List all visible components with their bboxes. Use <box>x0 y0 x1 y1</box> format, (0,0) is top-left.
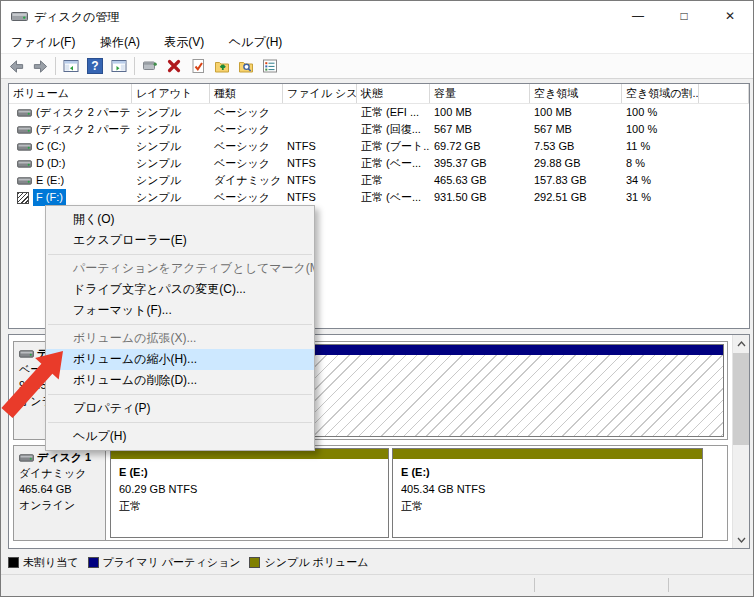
table-row[interactable]: E (E:) シンプル ダイナミック NTFS 正常 465.63 GB 157… <box>9 172 749 189</box>
column-header-free[interactable]: 空き領域 <box>530 84 622 103</box>
mark-partition-icon[interactable] <box>186 54 210 78</box>
volume-name: C (C:) <box>36 138 65 155</box>
volume-layout: シンプル <box>132 155 210 172</box>
volume-layout: シンプル <box>132 121 210 138</box>
partition-e1[interactable]: E (E:) 60.29 GB NTFS 正常 <box>110 448 389 538</box>
properties-icon[interactable] <box>258 54 282 78</box>
volume-capacity: 567 MB <box>430 121 530 138</box>
show-action-pane-icon[interactable] <box>107 54 131 78</box>
menu-separator <box>48 254 312 255</box>
menu-item-properties[interactable]: プロパティ(P) <box>46 398 314 419</box>
legend-item: 未割り当て <box>8 555 79 570</box>
open-folder-icon[interactable] <box>210 54 234 78</box>
menu-help[interactable]: ヘルプ(H) <box>219 31 293 53</box>
volume-icon-hatched <box>17 192 29 204</box>
disk-management-window: ディスクの管理 — □ ✕ ファイル(F) 操作(A) 表示(V) ヘルプ(H)… <box>0 0 754 597</box>
table-row[interactable]: (ディスク 2 パーティシ... シンプル ベーシック 正常 (EFI ... … <box>9 104 749 121</box>
delete-volume-icon[interactable] <box>162 54 186 78</box>
volume-layout: シンプル <box>132 138 210 155</box>
volume-free-pct: 100 % <box>622 121 699 138</box>
column-header-filler <box>699 84 749 103</box>
maximize-button[interactable]: □ <box>661 1 707 31</box>
disk1-partitions: E (E:) 60.29 GB NTFS 正常 E (E:) 405.34 GB… <box>106 446 727 540</box>
column-header-filesystem[interactable]: ファイル システム <box>283 84 357 103</box>
volume-name: D (D:) <box>36 155 65 172</box>
column-header-type[interactable]: 種類 <box>210 84 283 103</box>
legend-swatch-1 <box>88 557 99 568</box>
menu-item-explorer[interactable]: エクスプローラー(E) <box>46 230 314 251</box>
volume-layout: シンプル <box>132 189 210 206</box>
show-console-tree-icon[interactable] <box>59 54 83 78</box>
minimize-button[interactable]: — <box>615 1 661 31</box>
volume-icon <box>17 158 32 169</box>
title-bar: ディスクの管理 — □ ✕ <box>1 1 753 31</box>
forward-icon[interactable] <box>28 54 52 78</box>
column-header-capacity[interactable]: 容量 <box>430 84 530 103</box>
help-icon[interactable]: ? <box>83 54 107 78</box>
svg-text:?: ? <box>91 59 98 73</box>
scroll-up-icon[interactable] <box>733 335 749 352</box>
volume-layout: シンプル <box>132 104 210 121</box>
volume-icon <box>17 141 32 152</box>
volume-capacity: 395.37 GB <box>430 155 530 172</box>
column-header-volume[interactable]: ボリューム <box>9 84 132 103</box>
table-row[interactable]: D (D:) シンプル ベーシック NTFS 正常 (ベー... 395.37 … <box>9 155 749 172</box>
volume-capacity: 100 MB <box>430 104 530 121</box>
menu-item-change-drive-letter[interactable]: ドライブ文字とパスの変更(C)... <box>46 279 314 300</box>
menu-separator <box>48 324 312 325</box>
volume-free-pct: 31 % <box>622 189 699 206</box>
partition-status: 正常 <box>119 498 380 515</box>
volume-status: 正常 <box>357 172 430 189</box>
menu-bar: ファイル(F) 操作(A) 表示(V) ヘルプ(H) <box>1 31 753 53</box>
partition-e2[interactable]: E (E:) 405.34 GB NTFS 正常 <box>392 448 703 538</box>
table-row[interactable]: (ディスク 2 パーティシ... シンプル ベーシック 正常 (回復... 56… <box>9 121 749 138</box>
explore-folder-icon[interactable] <box>234 54 258 78</box>
volume-status: 正常 (ベー... <box>357 189 430 206</box>
scroll-down-icon[interactable] <box>733 531 749 548</box>
volume-free-pct: 8 % <box>622 155 699 172</box>
menu-separator <box>48 394 312 395</box>
column-header-free-pct[interactable]: 空き領域の割... <box>622 84 699 103</box>
table-row[interactable]: C (C:) シンプル ベーシック NTFS 正常 (ブート... 69.72 … <box>9 138 749 155</box>
menu-action[interactable]: 操作(A) <box>90 31 150 53</box>
partition-status: 正常 <box>401 498 694 515</box>
status-bar <box>1 574 753 595</box>
partition-size: 60.29 GB NTFS <box>119 481 380 498</box>
volume-fs: NTFS <box>283 155 357 172</box>
menu-item-shrink-volume[interactable]: ボリュームの縮小(H)... <box>46 349 314 370</box>
partition-label: E (E:) <box>119 464 380 481</box>
volume-free-pct: 11 % <box>622 138 699 155</box>
vertical-scrollbar[interactable] <box>732 335 749 548</box>
volume-fs <box>283 121 357 138</box>
legend-item: シンプル ボリューム <box>249 555 368 570</box>
volume-name: (ディスク 2 パーティシ... <box>36 104 132 121</box>
menu-view[interactable]: 表示(V) <box>154 31 214 53</box>
volume-free-pct: 34 % <box>622 172 699 189</box>
back-icon[interactable] <box>4 54 28 78</box>
disk-status: オンライン <box>19 497 100 513</box>
disk-type: ダイナミック <box>19 465 100 481</box>
status-bar-divider <box>534 578 535 592</box>
disk-row-disk1: ディスク 1 ダイナミック 465.64 GB オンライン E (E:) 60.… <box>13 445 728 541</box>
column-header-layout[interactable]: レイアウト <box>132 84 210 103</box>
volume-type: ベーシック <box>210 138 283 155</box>
volume-free: 100 MB <box>530 104 622 121</box>
menu-item-format[interactable]: フォーマット(F)... <box>46 300 314 321</box>
scrollbar-thumb[interactable] <box>733 353 749 445</box>
volume-name: (ディスク 2 パーティシ... <box>36 121 132 138</box>
menu-item-delete-volume[interactable]: ボリュームの削除(D)... <box>46 370 314 391</box>
menu-item-extend-volume: ボリュームの拡張(X)... <box>46 328 314 349</box>
table-row-selected[interactable]: F (F:) シンプル ベーシック NTFS 正常 (ベー... 931.50 … <box>9 189 749 206</box>
disk1-label-panel[interactable]: ディスク 1 ダイナミック 465.64 GB オンライン <box>14 446 106 540</box>
menu-file[interactable]: ファイル(F) <box>1 31 85 53</box>
popup-window-icon[interactable] <box>138 54 162 78</box>
volume-fs <box>283 104 357 121</box>
toolbar-separator <box>134 57 135 75</box>
volume-status: 正常 (ブート... <box>357 138 430 155</box>
volume-list-header: ボリューム レイアウト 種類 ファイル システム 状態 容量 空き領域 空き領域… <box>9 84 749 104</box>
menu-item-open[interactable]: 開く(O) <box>46 209 314 230</box>
close-button[interactable]: ✕ <box>707 1 753 31</box>
volume-type: ベーシック <box>210 155 283 172</box>
column-header-status[interactable]: 状態 <box>357 84 430 103</box>
menu-item-help[interactable]: ヘルプ(H) <box>46 426 314 447</box>
